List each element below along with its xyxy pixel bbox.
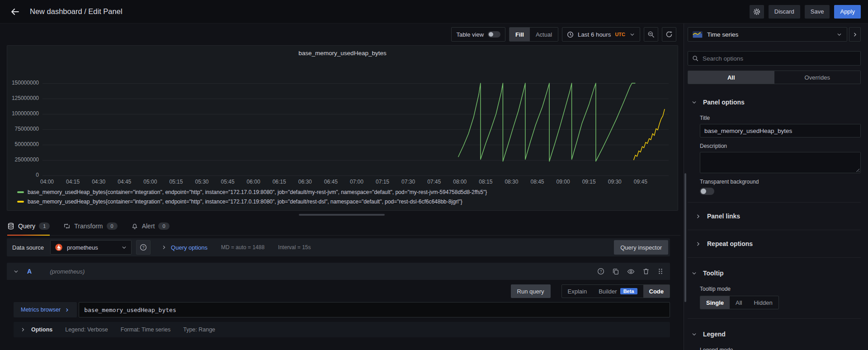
section-tooltip[interactable]: Tooltip — [688, 265, 861, 280]
legend-mode-label: Legend mode — [700, 347, 861, 350]
time-range-label: Last 6 hours — [578, 31, 611, 38]
mode-builder-label: Builder — [599, 288, 617, 295]
legend-label: base_memory_usedHeap_bytes{container="in… — [28, 189, 487, 195]
table-view-control: Table view — [451, 27, 505, 42]
fill-actual-group: Fill Actual — [509, 27, 558, 42]
refresh-icon — [665, 31, 673, 38]
prometheus-icon — [55, 243, 63, 251]
trash-icon[interactable] — [642, 268, 650, 275]
table-view-label: Table view — [456, 31, 484, 38]
promql-expression-input[interactable] — [79, 302, 670, 317]
query-options-label: Query options — [171, 244, 208, 251]
save-button[interactable]: Save — [805, 5, 830, 19]
panel-settings-button[interactable] — [750, 5, 764, 19]
tab-alert[interactable]: Alert 0 — [131, 217, 170, 235]
resize-corner-icon — [855, 167, 859, 172]
metrics-browser-button[interactable]: Metrics browser — [14, 302, 77, 317]
tab-all[interactable]: All — [688, 71, 774, 84]
divider — [688, 318, 861, 319]
help-circle-icon: ? — [140, 244, 147, 251]
zoom-out-icon — [647, 31, 655, 38]
tooltip-mode-hidden[interactable]: Hidden — [748, 296, 778, 309]
panel-resize-handle[interactable] — [299, 214, 385, 216]
top-bar: New dashboard / Edit Panel Discard Save … — [0, 0, 868, 24]
svg-text:?: ? — [600, 269, 602, 274]
options-scrollbar[interactable] — [684, 173, 686, 302]
legend-item[interactable]: base_memory_usedHeap_bytes{container="in… — [17, 197, 487, 206]
query-actions-row: Run query Explain Builder Beta Code — [7, 284, 670, 298]
chevron-right-icon — [695, 241, 701, 247]
section-panel-links[interactable]: Panel links — [688, 210, 861, 222]
beta-badge: Beta — [620, 288, 637, 294]
duplicate-icon[interactable] — [612, 268, 619, 275]
query-datasource-hint: (prometheus) — [50, 268, 85, 275]
run-query-button[interactable]: Run query — [511, 284, 551, 298]
query-row-actions: ? — [597, 268, 664, 275]
time-range-picker[interactable]: Last 6 hours UTC — [562, 27, 640, 42]
transparent-background-toggle[interactable] — [700, 188, 714, 195]
tooltip-mode-label: Tooltip mode — [700, 286, 861, 292]
mode-builder[interactable]: Builder Beta — [593, 285, 643, 298]
tab-overrides[interactable]: Overrides — [774, 71, 861, 84]
zoom-out-button[interactable] — [644, 27, 658, 42]
help-circle-icon[interactable]: ? — [597, 268, 604, 275]
query-row-header[interactable]: A (prometheus) ? — [7, 263, 670, 280]
options-format: Format: Time series — [121, 326, 170, 333]
discard-button[interactable]: Discard — [769, 5, 800, 19]
fill-option[interactable]: Fill — [509, 28, 530, 41]
datasource-help-button[interactable]: ? — [136, 240, 151, 255]
tab-alert-count: 0 — [158, 222, 169, 230]
tooltip-mode-single[interactable]: Single — [700, 296, 730, 309]
tab-transform[interactable]: Transform 0 — [63, 217, 117, 235]
section-repeat-options[interactable]: Repeat options — [688, 237, 861, 250]
datasource-picker[interactable]: prometheus — [50, 240, 132, 255]
options-type: Type: Range — [183, 326, 215, 333]
search-icon — [692, 55, 698, 61]
chevron-down-icon — [691, 270, 697, 276]
search-options-field[interactable] — [688, 51, 861, 66]
breadcrumb: New dashboard / Edit Panel — [30, 7, 123, 16]
search-options-input[interactable] — [703, 55, 856, 62]
collapse-pane-button[interactable] — [849, 27, 861, 42]
chart-legend: base_memory_usedHeap_bytes{container="in… — [17, 187, 487, 206]
database-icon — [7, 222, 14, 230]
panel-title-input[interactable] — [700, 124, 861, 137]
section-legend[interactable]: Legend — [688, 326, 861, 341]
table-view-toggle[interactable] — [488, 31, 500, 38]
actual-option[interactable]: Actual — [530, 28, 558, 41]
mode-code[interactable]: Code — [643, 285, 670, 298]
gear-icon — [753, 8, 761, 16]
tab-query-count: 1 — [39, 222, 50, 230]
apply-button[interactable]: Apply — [834, 5, 861, 19]
query-options-toggle[interactable]: Query options — [161, 244, 208, 251]
back-button[interactable] — [7, 4, 23, 19]
tab-transform-label: Transform — [74, 222, 103, 230]
tooltip-mode-group: Single All Hidden — [700, 296, 779, 309]
editor-tabs: Query 1 Transform 0 Alert 0 — [7, 217, 680, 236]
query-inspector-button[interactable]: Query inspector — [614, 240, 668, 255]
mode-explain[interactable]: Explain — [562, 285, 593, 298]
chart-plot[interactable]: 0250000005000000075000000100000000125000… — [7, 46, 678, 210]
tab-query[interactable]: Query 1 — [7, 217, 50, 235]
options-label: Options — [31, 326, 52, 333]
max-data-points: MD = auto = 1488 — [221, 244, 264, 251]
legend-item[interactable]: base_memory_usedHeap_bytes{container="in… — [17, 187, 487, 197]
drag-handle-icon[interactable] — [657, 268, 664, 275]
content: Table view Fill Actual Last 6 hours UTC — [0, 24, 868, 350]
section-panel-options[interactable]: Panel options — [688, 94, 861, 109]
transform-icon — [63, 222, 71, 230]
refresh-button[interactable] — [662, 27, 676, 42]
chevron-right-icon — [695, 213, 701, 219]
divider — [688, 257, 861, 258]
eye-icon[interactable] — [627, 268, 635, 275]
chevron-down-icon — [629, 32, 635, 38]
editor-mode-group: Explain Builder Beta Code — [561, 284, 670, 298]
viz-picker-row: Time series — [684, 24, 868, 45]
tooltip-mode-all[interactable]: All — [730, 296, 748, 309]
visualization-picker[interactable]: Time series — [688, 27, 847, 42]
options-toggle[interactable]: Options — [20, 326, 52, 333]
panel-description-textarea[interactable] — [700, 152, 861, 173]
series-lines — [7, 46, 679, 181]
all-overrides-tabs: All Overrides — [688, 71, 861, 84]
visualization-name: Time series — [707, 31, 738, 38]
